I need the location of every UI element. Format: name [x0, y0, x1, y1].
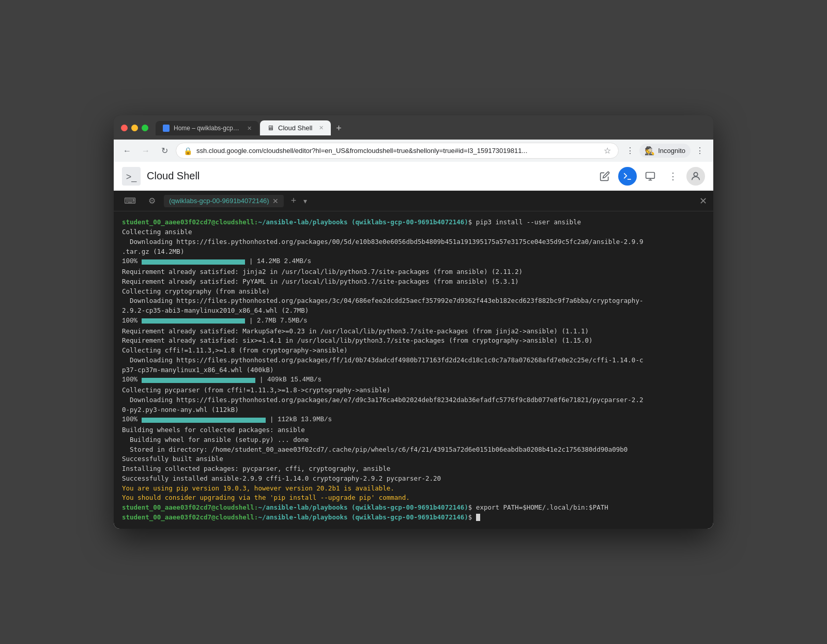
terminal-tab-chevron-icon[interactable]: ▾: [303, 197, 307, 205]
terminal-line-8: Requirement already satisfied: MarkupSaf…: [122, 327, 705, 336]
terminal-line-13: Downloading https://files.pythonhosted.o…: [122, 395, 705, 415]
maximize-button[interactable]: [142, 125, 148, 131]
terminal-line-23: student_00_aaee03f02cd7@cloudshell:~/ans…: [122, 513, 705, 523]
address-input[interactable]: 🔒 ssh.cloud.google.com/cloudshell/editor…: [176, 143, 619, 159]
svg-point-4: [694, 173, 697, 176]
terminal-line-9: Requirement already satisfied: six>=1.4.…: [122, 336, 705, 346]
terminal-line-12: Collecting pycparser (from cffi!=1.11.3,…: [122, 386, 705, 395]
progress-line-2: 100% | 2.7MB 7.5MB/s: [122, 316, 705, 326]
new-terminal-button[interactable]: +: [288, 194, 300, 207]
browser-tabs: Home – qwiklabs-gcp-00-969... ✕ 🖥 Cloud …: [156, 120, 706, 135]
toolbar-right: ⋮ 🕵 Incognito ⋮: [623, 144, 707, 158]
more-options-button[interactable]: ⋮: [623, 144, 637, 158]
tab1-label: Home – qwiklabs-gcp-00-969...: [174, 125, 241, 132]
terminal-line-22: student_00_aaee03f02cd7@cloudshell:~/ans…: [122, 503, 705, 513]
terminal-tab-close-icon[interactable]: ✕: [272, 197, 279, 205]
progress-bar-2: [142, 318, 245, 324]
camera-icon-button[interactable]: [641, 167, 660, 186]
window-controls: [121, 125, 148, 131]
terminal-line-2: Collecting ansible: [122, 227, 705, 237]
forward-button[interactable]: →: [139, 144, 153, 158]
browser-tab-2[interactable]: 🖥 Cloud Shell ✕: [260, 120, 331, 135]
new-tab-button[interactable]: +: [332, 121, 346, 135]
edit-icon-button[interactable]: [595, 167, 614, 186]
terminal-line-5: Requirement already satisfied: PyYAML in…: [122, 277, 705, 287]
terminal-line-16: Stored in directory: /home/student_00_aa…: [122, 445, 705, 455]
cloudshell-app: >_ Cloud Shell ⋮ ⌨: [114, 162, 713, 528]
incognito-button[interactable]: 🕵 Incognito: [639, 144, 691, 158]
terminal-tab[interactable]: (qwiklabs-gcp-00-9691b4072146) ✕: [164, 195, 284, 207]
more-icon-button[interactable]: ⋮: [664, 167, 682, 186]
terminal-icon-button[interactable]: [618, 167, 637, 186]
tab1-favicon: [163, 125, 170, 132]
reload-button[interactable]: ↻: [157, 144, 172, 158]
progress-line-1: 100% | 14.2MB 2.4MB/s: [122, 257, 705, 267]
close-button[interactable]: [121, 125, 128, 131]
browser-tab-1[interactable]: Home – qwiklabs-gcp-00-969... ✕: [156, 121, 259, 135]
terminal-line-21: You should consider upgrading via the 'p…: [122, 493, 705, 503]
terminal-output[interactable]: student_00_aaee03f02cd7@cloudshell:~/ans…: [114, 211, 713, 528]
back-button[interactable]: ←: [120, 144, 134, 158]
chrome-menu-button[interactable]: ⋮: [693, 144, 707, 158]
lock-icon: 🔒: [183, 147, 192, 155]
terminal-cursor: [476, 514, 480, 521]
terminal-line-20: You are using pip version 19.0.3, howeve…: [122, 484, 705, 494]
browser-window: Home – qwiklabs-gcp-00-969... ✕ 🖥 Cloud …: [114, 115, 713, 528]
address-text: ssh.cloud.google.com/cloudshell/editor?h…: [196, 147, 600, 155]
terminal-line-15: Building wheel for ansible (setup.py) ..…: [122, 435, 705, 445]
tab2-favicon: 🖥: [267, 124, 274, 132]
title-bar: Home – qwiklabs-gcp-00-969... ✕ 🖥 Cloud …: [114, 115, 713, 140]
progress-bar-1: [142, 259, 245, 265]
progress-bar-4: [142, 418, 266, 423]
bookmark-icon[interactable]: ☆: [604, 146, 611, 156]
cloudshell-title: Cloud Shell: [147, 170, 589, 182]
terminal-line-14: Building wheels for collected packages: …: [122, 425, 705, 435]
terminal-line-10: Collecting cffi!=1.11.3,>=1.8 (from cryp…: [122, 346, 705, 356]
terminal-line-1: student_00_aaee03f02cd7@cloudshell:~/ans…: [122, 218, 705, 227]
terminal-line-11: Downloading https://files.pythonhosted.o…: [122, 356, 705, 375]
settings-icon-button[interactable]: ⚙: [144, 194, 160, 208]
keyboard-icon-button[interactable]: ⌨: [120, 194, 140, 208]
svg-rect-3: [646, 172, 655, 178]
progress-line-3: 100% | 409kB 15.4MB/s: [122, 375, 705, 385]
progress-line-4: 100% | 112kB 13.9MB/s: [122, 415, 705, 425]
tab2-close-icon[interactable]: ✕: [319, 125, 324, 131]
svg-text:>_: >_: [126, 172, 137, 182]
terminal-line-18: Installing collected packages: pycparser…: [122, 464, 705, 474]
tab1-close-icon[interactable]: ✕: [247, 125, 252, 132]
terminal-line-7: Downloading https://files.pythonhosted.o…: [122, 296, 705, 316]
address-bar: ← → ↻ 🔒 ssh.cloud.google.com/cloudshell/…: [114, 140, 713, 162]
incognito-icon: 🕵: [645, 146, 655, 156]
minimize-button[interactable]: [131, 125, 138, 131]
terminal-line-4: Requirement already satisfied: jinja2 in…: [122, 267, 705, 277]
terminal-tab-label: (qwiklabs-gcp-00-9691b4072146): [169, 197, 269, 205]
cloudshell-header: >_ Cloud Shell ⋮: [114, 162, 713, 191]
close-terminal-panel-button[interactable]: ✕: [699, 195, 707, 207]
avatar-button[interactable]: [686, 167, 705, 186]
terminal-tabbar: ⌨ ⚙ (qwiklabs-gcp-00-9691b4072146) ✕ + ▾…: [114, 191, 713, 211]
header-icons: ⋮: [595, 167, 705, 186]
progress-bar-3: [142, 378, 255, 383]
terminal-line-6: Collecting cryptography (from ansible): [122, 287, 705, 297]
terminal-line-17: Successfully built ansible: [122, 454, 705, 464]
terminal-line-19: Successfully installed ansible-2.9.9 cff…: [122, 474, 705, 484]
incognito-label: Incognito: [658, 147, 685, 155]
tab2-label: Cloud Shell: [278, 124, 313, 132]
terminal-line-3: Downloading https://files.pythonhosted.o…: [122, 237, 705, 257]
cloudshell-logo: >_: [122, 167, 141, 186]
